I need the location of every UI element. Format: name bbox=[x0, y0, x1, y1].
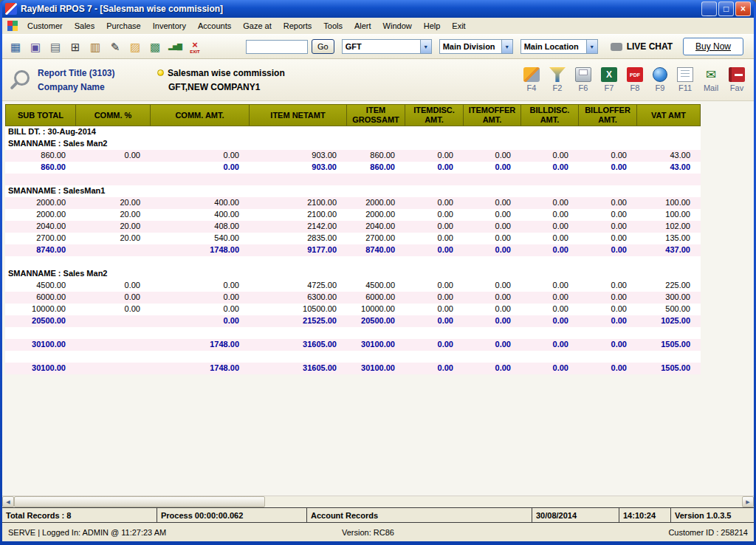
division-dropdown-value: Main Division bbox=[440, 42, 501, 51]
cell-value: 2040.00 bbox=[5, 221, 76, 233]
column-header[interactable]: ITEMDISC. AMT. bbox=[405, 104, 464, 126]
action-fav[interactable]: Fav bbox=[729, 67, 745, 92]
image-icon[interactable]: ▩ bbox=[146, 37, 164, 57]
cell-value: 0.00 bbox=[579, 315, 637, 327]
subtotal-row[interactable]: 860.000.00903.00860.000.000.000.000.0043… bbox=[5, 162, 701, 174]
action-f11[interactable]: F11 bbox=[677, 67, 693, 92]
scrollbar-track[interactable] bbox=[265, 496, 742, 507]
data-row[interactable]: 2700.0020.00540.002835.002700.000.000.00… bbox=[5, 233, 701, 244]
action-f7[interactable]: F7 bbox=[601, 67, 617, 92]
group-row[interactable]: SMANNAME : Sales Man2 bbox=[5, 268, 701, 280]
division-dropdown[interactable]: Main Division ▼ bbox=[439, 39, 513, 54]
cell-value: 6000.00 bbox=[347, 292, 405, 304]
close-button[interactable]: × bbox=[735, 1, 751, 16]
group-row[interactable]: SMANNAME : SalesMan1 bbox=[5, 185, 701, 197]
data-row[interactable]: 2040.0020.00408.002142.002040.000.000.00… bbox=[5, 221, 701, 233]
window-body: CustomerSalesPurchaseInventoryAccountsGa… bbox=[2, 18, 754, 541]
column-header[interactable]: COMM. % bbox=[76, 104, 151, 126]
action-f8[interactable]: F8 bbox=[627, 67, 643, 92]
search-input[interactable] bbox=[246, 40, 308, 54]
data-row[interactable]: 6000.000.000.006300.006000.000.000.000.0… bbox=[5, 292, 701, 304]
menu-item[interactable]: Window bbox=[377, 19, 418, 32]
menu-item[interactable]: Tools bbox=[317, 19, 348, 32]
column-header[interactable]: VAT AMT bbox=[637, 104, 701, 126]
menu-item[interactable]: Exit bbox=[446, 19, 471, 32]
buy-now-button[interactable]: Buy Now bbox=[683, 38, 743, 55]
go-button[interactable]: Go bbox=[312, 39, 334, 54]
action-key-label: F2 bbox=[553, 83, 563, 92]
action-f9[interactable]: F9 bbox=[653, 67, 667, 92]
cell-value: 1748.00 bbox=[151, 363, 250, 374]
location-dropdown[interactable]: Main Location ▼ bbox=[520, 39, 598, 54]
column-header[interactable]: COMM. AMT. bbox=[151, 104, 250, 126]
menu-item[interactable]: Reports bbox=[278, 19, 318, 32]
menu-item[interactable]: Help bbox=[418, 19, 447, 32]
menu-item[interactable]: Customer bbox=[21, 19, 69, 32]
company-dropdown[interactable]: GFT ▼ bbox=[342, 39, 432, 54]
print-icon[interactable]: ▤ bbox=[47, 37, 64, 57]
action-f6[interactable]: F6 bbox=[575, 67, 591, 92]
cell-value: 0.00 bbox=[405, 280, 464, 292]
cell-value: 2100.00 bbox=[250, 197, 347, 209]
column-header[interactable]: BILLOFFER AMT. bbox=[579, 104, 637, 126]
scrollbar-thumb[interactable] bbox=[14, 496, 265, 507]
column-header[interactable]: ITEM NETAMT bbox=[250, 104, 347, 126]
cell-value: 20.00 bbox=[76, 209, 151, 221]
data-row[interactable]: 860.000.000.00903.00860.000.000.000.000.… bbox=[5, 150, 701, 162]
exit-icon[interactable]: × EXIT bbox=[186, 37, 204, 57]
cell-value bbox=[76, 244, 151, 256]
chevron-down-icon[interactable]: ▼ bbox=[586, 40, 597, 53]
window-menu-icon[interactable] bbox=[7, 21, 18, 31]
cell-value: 2700.00 bbox=[5, 233, 76, 244]
scroll-left-icon[interactable]: ◀ bbox=[2, 496, 14, 507]
cell-value: 2000.00 bbox=[347, 209, 405, 221]
menu-item[interactable]: Accounts bbox=[192, 19, 237, 32]
status-segment: 14:10:24 bbox=[619, 508, 671, 522]
minimize-button[interactable]: _ bbox=[701, 1, 717, 16]
horizontal-scrollbar[interactable]: ◀ ▶ bbox=[2, 496, 754, 507]
menu-item[interactable]: Purchase bbox=[100, 19, 146, 32]
journal-icon[interactable]: ▥ bbox=[86, 37, 104, 57]
cell-value: 540.00 bbox=[151, 233, 250, 244]
group-row[interactable]: SMANNAME : Sales Man2 bbox=[5, 138, 701, 150]
toolbar-icons: ▦ ▣ ▤ ⊞ bbox=[7, 37, 204, 57]
action-f2[interactable]: F2 bbox=[549, 67, 566, 92]
chart-icon[interactable]: ▂▅▇ bbox=[166, 37, 184, 57]
action-f4[interactable]: F4 bbox=[523, 67, 540, 92]
cell-value: 0.00 bbox=[521, 150, 579, 162]
data-row[interactable]: 2000.0020.00400.002100.002000.000.000.00… bbox=[5, 197, 701, 209]
calculator-icon[interactable]: ⊞ bbox=[66, 37, 84, 57]
chevron-down-icon[interactable]: ▼ bbox=[420, 40, 431, 53]
subtotal-row[interactable]: 30100.001748.0031605.0030100.000.000.000… bbox=[5, 363, 701, 374]
cell-value: 0.00 bbox=[521, 339, 579, 351]
subtotal-row[interactable]: 8740.001748.009177.008740.000.000.000.00… bbox=[5, 244, 701, 256]
data-row[interactable]: 4500.000.000.004725.004500.000.000.000.0… bbox=[5, 280, 701, 292]
menu-item[interactable]: Inventory bbox=[147, 19, 192, 32]
chevron-down-icon[interactable]: ▼ bbox=[501, 40, 512, 53]
action-mail[interactable]: Mail bbox=[703, 67, 719, 92]
menu-item[interactable]: Alert bbox=[348, 19, 377, 32]
cell-value bbox=[76, 363, 151, 374]
subtotal-row[interactable]: 30100.001748.0031605.0030100.000.000.000… bbox=[5, 339, 701, 351]
notes-icon[interactable]: ✎ bbox=[106, 37, 124, 57]
menu-item[interactable]: Sales bbox=[69, 19, 101, 32]
subtotal-row[interactable]: 20500.000.0021525.0020500.000.000.000.00… bbox=[5, 315, 701, 327]
table-icon[interactable]: ▦ bbox=[7, 37, 24, 57]
title-bar[interactable]: RayMedi RPOS 7 - [Salesman wise commissi… bbox=[2, 0, 754, 18]
column-header[interactable]: ITEM GROSSAMT bbox=[347, 104, 405, 126]
report-actions: F4 F2 F6 F7 bbox=[523, 67, 748, 92]
save-icon[interactable]: ▣ bbox=[27, 37, 44, 57]
live-chat-button[interactable]: LIVE CHAT bbox=[611, 41, 673, 52]
maximize-button[interactable]: □ bbox=[718, 1, 734, 16]
footer-bar: SERVE | Logged In: ADMIN @ 11:27:23 AM V… bbox=[2, 523, 754, 541]
column-header[interactable]: ITEMOFFER AMT. bbox=[464, 104, 521, 126]
folder-icon[interactable]: ▨ bbox=[126, 37, 144, 57]
data-row[interactable]: 10000.000.000.0010500.0010000.000.000.00… bbox=[5, 304, 701, 315]
scroll-right-icon[interactable]: ▶ bbox=[742, 496, 754, 507]
menu-item[interactable]: Gaze at bbox=[237, 19, 278, 32]
data-row[interactable]: 2000.0020.00400.002100.002000.000.000.00… bbox=[5, 209, 701, 221]
group-label: SMANNAME : Sales Man2 bbox=[5, 268, 701, 280]
column-header[interactable]: SUB TOTAL bbox=[5, 104, 76, 126]
group-row[interactable]: BILL DT. : 30-Aug-2014 bbox=[5, 126, 701, 138]
column-header[interactable]: BILLDISC. AMT. bbox=[521, 104, 579, 126]
